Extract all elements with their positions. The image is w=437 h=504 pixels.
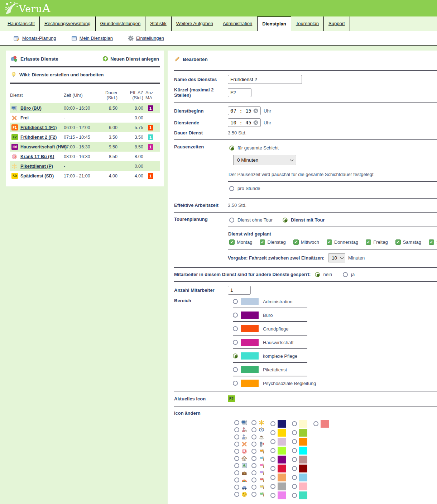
icon-radio[interactable] — [234, 477, 239, 482]
clear-icon[interactable] — [253, 108, 258, 113]
icon-radio[interactable] — [251, 434, 256, 439]
main-tab[interactable]: Weitere Aufgaben — [172, 16, 218, 31]
color-radio[interactable] — [270, 493, 275, 498]
service-link[interactable]: Krank 1T Bü (K) — [20, 154, 54, 159]
service-link[interactable]: Frei — [20, 115, 29, 120]
color-swatch[interactable] — [278, 456, 286, 463]
wiki-link[interactable]: Wiki: Dienste erstellen und bearbeiten — [19, 72, 104, 77]
service-link[interactable]: Pikettdienst (P) — [20, 164, 53, 169]
color-swatch[interactable] — [299, 482, 307, 490]
main-tab[interactable]: Tourenplan — [291, 16, 324, 31]
color-radio[interactable] — [270, 466, 275, 471]
color-swatch[interactable] — [321, 420, 329, 428]
color-swatch[interactable] — [299, 438, 307, 446]
color-swatch[interactable] — [278, 447, 286, 455]
color-swatch[interactable] — [299, 420, 307, 428]
icon-radio[interactable] — [251, 492, 256, 497]
service-link[interactable]: Frühdienst 2 (F2) — [20, 135, 57, 140]
anzahl-input[interactable] — [228, 286, 251, 295]
icon-radio[interactable] — [234, 449, 239, 454]
color-swatch[interactable] — [299, 465, 307, 472]
touren-mit-radio[interactable] — [283, 218, 288, 223]
kuerzel-input[interactable] — [228, 88, 251, 97]
icon-radio[interactable] — [234, 485, 239, 490]
bereich-radio[interactable] — [233, 313, 238, 318]
icon-radio[interactable] — [234, 492, 239, 497]
icon-radio[interactable] — [251, 477, 256, 482]
icon-radio[interactable] — [234, 456, 239, 461]
color-swatch[interactable] — [278, 474, 286, 481]
color-radio[interactable] — [270, 430, 275, 435]
service-link[interactable]: Spätdienst (SD) — [20, 173, 54, 179]
icon-radio[interactable] — [251, 449, 256, 454]
color-radio[interactable] — [292, 448, 297, 453]
new-service-link[interactable]: Neuen Dienst anlegen — [110, 56, 159, 62]
main-tab[interactable]: Hauptansicht — [3, 16, 40, 31]
dienstbeginn-input[interactable]: 07 : 15 — [228, 106, 261, 115]
color-radio[interactable] — [292, 421, 297, 426]
color-radio[interactable] — [292, 430, 297, 435]
subnav-link[interactable]: Monats-Planung — [14, 35, 56, 41]
bereich-radio[interactable] — [233, 381, 238, 386]
color-radio[interactable] — [270, 475, 275, 480]
color-swatch[interactable] — [278, 491, 286, 499]
color-swatch[interactable] — [278, 465, 286, 472]
pausen-select[interactable]: 0 Minuten — [233, 155, 296, 165]
color-radio[interactable] — [270, 421, 275, 426]
icon-radio[interactable] — [234, 420, 239, 425]
bereich-radio[interactable] — [233, 340, 238, 345]
main-tab[interactable]: Administration — [218, 16, 257, 31]
color-radio[interactable] — [270, 484, 275, 489]
weekday-checkbox[interactable] — [366, 239, 371, 245]
color-swatch[interactable] — [278, 438, 286, 446]
gesperrt-ja-radio[interactable] — [343, 272, 348, 277]
color-swatch[interactable] — [299, 474, 307, 481]
service-link[interactable]: Frühdienst 1 (F1) — [20, 125, 57, 130]
service-link[interactable]: Hausweritschaft (HW) — [20, 144, 67, 149]
bereich-radio[interactable] — [233, 353, 238, 358]
icon-radio[interactable] — [251, 456, 256, 461]
weekday-checkbox[interactable] — [429, 239, 434, 245]
color-radio[interactable] — [292, 484, 297, 489]
icon-radio[interactable] — [234, 427, 239, 432]
icon-radio[interactable] — [251, 485, 256, 490]
icon-radio[interactable] — [251, 420, 256, 425]
subnav-link[interactable]: Einstellungen — [128, 35, 164, 41]
color-radio[interactable] — [292, 439, 297, 444]
weekday-checkbox[interactable] — [293, 239, 299, 245]
pausen-schicht-radio[interactable] — [229, 146, 234, 151]
color-swatch[interactable] — [278, 420, 286, 428]
color-radio[interactable] — [292, 475, 297, 480]
subnav-link[interactable]: Mein Dienstplan — [71, 35, 113, 41]
color-radio[interactable] — [292, 493, 297, 498]
main-tab[interactable]: Statistik — [145, 16, 172, 31]
name-input[interactable] — [228, 75, 302, 84]
color-swatch[interactable] — [299, 456, 307, 463]
fahrzeit-select[interactable]: 10 — [328, 253, 345, 262]
icon-radio[interactable] — [251, 470, 256, 475]
main-tab[interactable]: Rechnungsverwaltung — [40, 16, 96, 31]
icon-radio[interactable] — [234, 470, 239, 475]
bereich-radio[interactable] — [233, 299, 238, 304]
icon-radio[interactable] — [251, 442, 256, 447]
icon-radio[interactable] — [234, 463, 239, 468]
icon-radio[interactable] — [251, 463, 256, 468]
main-tab[interactable]: Dienstplan — [257, 16, 291, 31]
color-swatch[interactable] — [299, 429, 307, 437]
color-radio[interactable] — [270, 457, 275, 462]
gesperrt-nein-radio[interactable] — [315, 272, 320, 277]
weekday-checkbox[interactable] — [327, 239, 332, 245]
color-swatch[interactable] — [299, 447, 307, 455]
weekday-checkbox[interactable] — [229, 239, 235, 245]
service-link[interactable]: Büro (BÜ) — [20, 106, 42, 111]
color-swatch[interactable] — [278, 482, 286, 490]
color-radio[interactable] — [270, 448, 275, 453]
main-tab[interactable]: Support — [324, 16, 350, 31]
icon-radio[interactable] — [251, 427, 256, 432]
color-radio[interactable] — [292, 466, 297, 471]
dienstende-input[interactable]: 10 : 45 — [228, 118, 261, 127]
color-radio[interactable] — [313, 421, 318, 426]
icon-radio[interactable] — [234, 442, 239, 447]
bereich-radio[interactable] — [233, 326, 238, 331]
bereich-radio[interactable] — [233, 367, 238, 372]
